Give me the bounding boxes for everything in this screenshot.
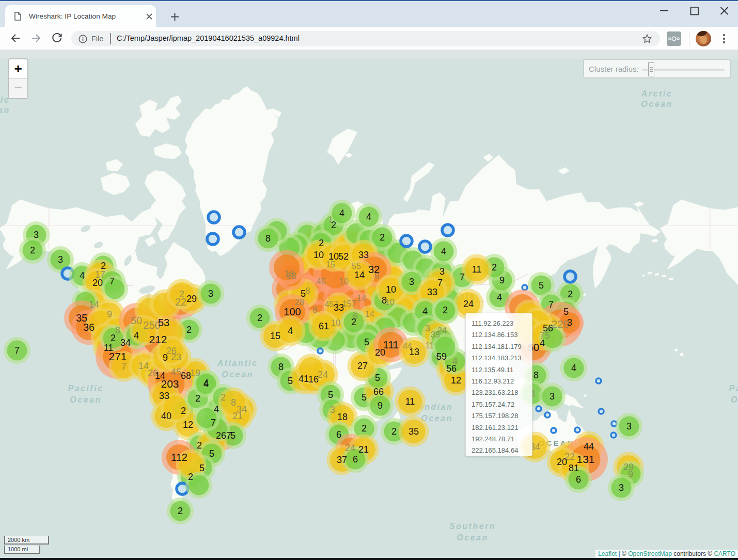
- svg-text:9: 9: [628, 469, 633, 479]
- svg-text:8: 8: [313, 306, 318, 314]
- svg-text:4: 4: [80, 270, 85, 281]
- svg-text:9: 9: [163, 353, 168, 363]
- svg-text:81: 81: [569, 463, 579, 473]
- svg-text:5: 5: [375, 373, 380, 383]
- svg-text:34: 34: [120, 338, 131, 348]
- svg-text:8: 8: [115, 325, 120, 335]
- svg-text:4: 4: [134, 330, 139, 341]
- svg-text:27: 27: [357, 361, 368, 371]
- svg-text:2: 2: [331, 220, 336, 230]
- svg-text:2: 2: [221, 392, 226, 403]
- svg-text:5: 5: [209, 449, 214, 459]
- svg-text:4: 4: [339, 208, 344, 218]
- svg-text:Ocean: Ocean: [222, 370, 253, 379]
- svg-text:11: 11: [405, 396, 415, 407]
- svg-text:100: 100: [284, 306, 301, 317]
- svg-text:2: 2: [319, 238, 324, 248]
- svg-text:5: 5: [199, 463, 205, 473]
- svg-text:44: 44: [584, 441, 594, 452]
- svg-text:24: 24: [318, 370, 328, 380]
- svg-text:66: 66: [373, 387, 384, 397]
- svg-text:9: 9: [107, 309, 112, 319]
- svg-text:36: 36: [83, 322, 95, 333]
- svg-text:2: 2: [195, 393, 200, 404]
- svg-text:18: 18: [286, 271, 296, 281]
- svg-text:3: 3: [58, 254, 63, 265]
- svg-text:35: 35: [431, 330, 440, 339]
- svg-text:10: 10: [328, 251, 339, 262]
- svg-text:5: 5: [362, 392, 367, 403]
- svg-text:10: 10: [339, 277, 349, 286]
- svg-text:Ocean: Ocean: [457, 533, 488, 542]
- svg-text:3: 3: [208, 289, 213, 299]
- svg-text:2: 2: [568, 289, 573, 299]
- svg-text:4: 4: [288, 326, 293, 336]
- svg-text:2: 2: [351, 317, 356, 327]
- svg-text:4: 4: [497, 292, 502, 302]
- svg-text:7: 7: [109, 276, 115, 286]
- svg-text:21: 21: [358, 444, 369, 455]
- svg-text:212: 212: [149, 333, 167, 345]
- svg-text:Ocean: Ocean: [0, 106, 10, 115]
- svg-text:2: 2: [181, 406, 186, 416]
- svg-text:2: 2: [101, 261, 106, 271]
- svg-text:55: 55: [352, 262, 361, 270]
- svg-text:5: 5: [539, 280, 544, 291]
- svg-text:24: 24: [345, 443, 355, 453]
- svg-text:3: 3: [549, 391, 555, 402]
- svg-text:53: 53: [158, 317, 169, 328]
- svg-text:5: 5: [563, 307, 569, 317]
- svg-text:4: 4: [571, 363, 576, 373]
- svg-text:15: 15: [270, 331, 280, 341]
- svg-text:29: 29: [186, 294, 197, 304]
- svg-text:18: 18: [337, 412, 348, 422]
- svg-text:10: 10: [313, 250, 324, 260]
- svg-text:8: 8: [382, 295, 387, 306]
- svg-text:45: 45: [317, 277, 326, 286]
- svg-text:41: 41: [299, 374, 309, 384]
- svg-text:5: 5: [288, 376, 293, 386]
- svg-text:157: 157: [342, 299, 356, 308]
- svg-text:6: 6: [353, 454, 358, 465]
- svg-text:7: 7: [14, 345, 20, 356]
- svg-text:2: 2: [111, 333, 116, 343]
- svg-text:6: 6: [576, 474, 581, 485]
- svg-text:7: 7: [121, 361, 127, 372]
- svg-text:3: 3: [425, 323, 430, 333]
- svg-text:Atlantic: Atlantic: [217, 359, 258, 367]
- svg-text:56: 56: [446, 363, 457, 374]
- svg-text:33: 33: [159, 391, 169, 401]
- svg-text:10: 10: [386, 284, 396, 295]
- svg-text:59: 59: [436, 351, 447, 362]
- svg-text:5: 5: [230, 430, 235, 441]
- svg-text:2: 2: [362, 423, 367, 434]
- svg-text:2: 2: [197, 440, 202, 451]
- svg-text:4: 4: [214, 404, 219, 414]
- svg-text:8: 8: [306, 286, 310, 295]
- svg-text:20: 20: [92, 278, 103, 288]
- svg-text:203: 203: [161, 378, 179, 390]
- svg-text:8: 8: [278, 362, 284, 372]
- svg-text:2: 2: [178, 506, 183, 516]
- svg-text:9: 9: [499, 275, 505, 285]
- svg-text:28: 28: [295, 298, 304, 307]
- svg-text:8: 8: [533, 370, 539, 380]
- svg-text:7: 7: [460, 272, 465, 282]
- svg-text:4: 4: [441, 246, 446, 257]
- svg-text:52: 52: [338, 251, 349, 262]
- svg-text:2: 2: [492, 262, 497, 273]
- svg-text:16: 16: [308, 374, 319, 385]
- svg-text:Pacific: Pacific: [68, 384, 103, 393]
- svg-text:32: 32: [368, 264, 380, 275]
- svg-text:4: 4: [540, 338, 545, 348]
- svg-text:21: 21: [232, 411, 243, 421]
- svg-text:4: 4: [203, 379, 209, 389]
- svg-text:2: 2: [443, 305, 448, 315]
- svg-text:14: 14: [357, 294, 366, 302]
- svg-text:Indian: Indian: [421, 403, 453, 411]
- svg-text:40: 40: [161, 411, 171, 421]
- svg-text:4: 4: [366, 212, 371, 222]
- svg-text:112: 112: [171, 452, 187, 463]
- svg-text:11: 11: [472, 264, 482, 275]
- svg-text:Ocean: Ocean: [641, 100, 672, 108]
